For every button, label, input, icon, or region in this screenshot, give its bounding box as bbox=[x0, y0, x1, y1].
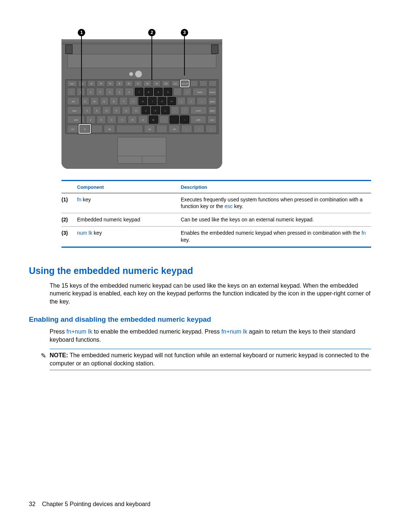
note-block: ✎ NOTE: The embedded numeric keypad will… bbox=[50, 349, 371, 370]
laptop-illustration: 1 2 3 esc f1f2f3 f4f5f6 f7f8f9 f10f11 nu… bbox=[61, 29, 222, 169]
th-description: Description bbox=[181, 181, 371, 193]
callout-2: 2 bbox=[148, 29, 156, 36]
component-table: Component Description (1) fn key Execute… bbox=[61, 180, 371, 248]
note-icon: ✎ bbox=[41, 351, 46, 360]
page-footer: 32 Chapter 5 Pointing devices and keyboa… bbox=[29, 500, 150, 508]
callout-3: 3 bbox=[181, 29, 188, 36]
callout-1: 1 bbox=[78, 29, 85, 36]
para-using-keypad: The 15 keys of the embedded numeric keyp… bbox=[50, 282, 371, 306]
table-row: (1) fn key Executes frequently used syst… bbox=[61, 193, 371, 213]
para-enable-disable: Press fn+num lk to enable the embedded n… bbox=[50, 328, 371, 344]
table-row: (2) Embedded numeric keypad Can be used … bbox=[61, 213, 371, 227]
heading-using-keypad: Using the embedded numeric keypad bbox=[29, 265, 371, 277]
th-component: Component bbox=[77, 181, 181, 193]
table-row: (3) num lk key Enables the embedded nume… bbox=[61, 227, 371, 247]
heading-enable-disable: Enabling and disabling the embedded nume… bbox=[29, 315, 371, 324]
